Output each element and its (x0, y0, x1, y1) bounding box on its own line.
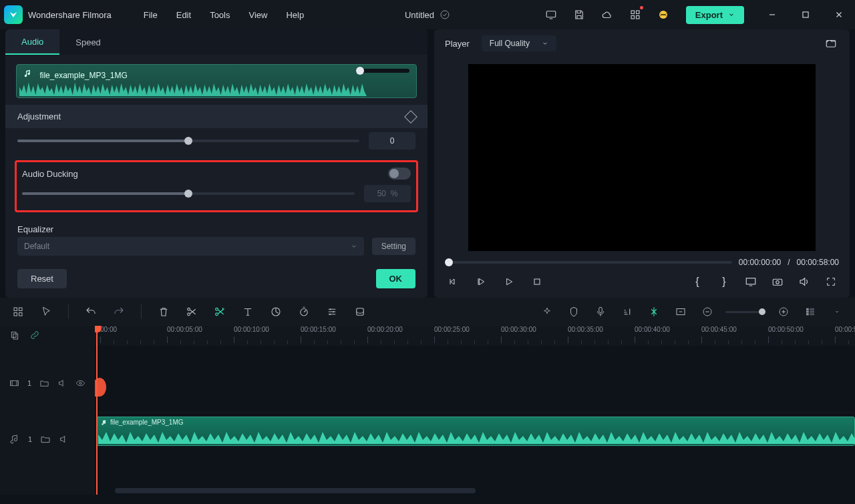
video-track-header[interactable]: 1 (0, 346, 95, 421)
svg-rect-1 (546, 11, 556, 17)
mute-icon[interactable] (59, 434, 69, 445)
equalizer-row: Default Setting (5, 237, 428, 262)
play-icon[interactable] (501, 274, 517, 290)
menu-tools[interactable]: Tools (210, 10, 230, 20)
window-close[interactable] (827, 5, 851, 24)
panel-footer: Reset OK (5, 262, 428, 298)
sparkle-icon[interactable] (538, 303, 556, 320)
audio-ducking-toggle[interactable] (388, 168, 411, 180)
clip-scrubber[interactable] (356, 69, 409, 73)
cursor-icon[interactable] (37, 303, 55, 320)
split-icon[interactable] (183, 303, 200, 320)
adjust-icon[interactable] (323, 303, 341, 320)
ruler-tick: 00:00:50:00 (768, 326, 804, 333)
timeline-main[interactable]: 00:0000:00:05:0000:00:10:0000:00:15:0000… (95, 326, 855, 495)
camera-icon[interactable] (770, 274, 786, 290)
quality-dropdown[interactable]: Full Quality (482, 35, 556, 51)
display-icon[interactable] (743, 274, 759, 290)
menu-file[interactable]: File (144, 10, 158, 20)
titlebar-right: Export (542, 5, 851, 24)
tab-audio[interactable]: Audio (5, 29, 59, 55)
ok-button[interactable]: OK (376, 269, 416, 288)
speed-icon[interactable] (295, 303, 313, 320)
folder-icon[interactable] (39, 378, 49, 389)
mark-in-icon[interactable]: { (689, 274, 705, 290)
audio-ducking-num: 50 (377, 189, 386, 198)
menu-bar: File Edit Tools View Help (144, 10, 304, 20)
apps-icon[interactable] (626, 5, 645, 24)
link-icon[interactable] (29, 330, 40, 340)
menu-edit[interactable]: Edit (176, 10, 191, 20)
mixer-icon[interactable] (619, 303, 636, 320)
keyframe-diamond-icon[interactable] (404, 110, 417, 123)
svg-rect-11 (773, 279, 782, 285)
time-ruler[interactable]: 00:0000:00:05:0000:00:10:0000:00:15:0000… (95, 326, 855, 346)
audio-split-icon[interactable] (211, 303, 228, 320)
menu-help[interactable]: Help (286, 10, 304, 20)
window-maximize[interactable] (794, 5, 818, 24)
folder-icon[interactable] (40, 434, 51, 445)
menu-view[interactable]: View (248, 10, 267, 20)
zoom-slider[interactable] (725, 311, 765, 313)
pitch-value[interactable]: 0 (369, 132, 415, 150)
zoom-in-icon[interactable] (775, 303, 792, 320)
pitch-slider[interactable] (17, 140, 359, 142)
frame-icon[interactable] (672, 303, 689, 320)
marker-icon[interactable] (565, 303, 582, 320)
stop-icon[interactable] (529, 274, 545, 290)
prev-frame-icon[interactable] (445, 274, 461, 290)
crop-icon[interactable] (267, 303, 285, 320)
play-back-icon[interactable] (473, 274, 489, 290)
ruler-tick: 00:00:05:00 (167, 326, 202, 333)
export-button[interactable]: Export (686, 6, 744, 24)
ruler-tick: 00:00:45:00 (701, 326, 737, 333)
clip-visualizer[interactable]: file_example_MP3_1MG (16, 64, 417, 98)
undo-icon[interactable] (82, 303, 100, 320)
svg-rect-38 (13, 334, 18, 339)
save-icon[interactable] (570, 5, 588, 24)
monitor-icon[interactable] (542, 5, 560, 24)
color-icon[interactable] (351, 303, 369, 320)
reset-button[interactable]: Reset (17, 269, 67, 288)
timeline-scrollbar[interactable] (115, 488, 476, 493)
playhead[interactable] (96, 326, 98, 495)
svg-rect-36 (810, 313, 814, 315)
audio-ducking-value: 50 % (364, 185, 411, 202)
mic-icon[interactable] (592, 303, 609, 320)
equalizer-setting-button[interactable]: Setting (372, 238, 415, 255)
clip-waveform-icon (98, 428, 855, 444)
snap-icon[interactable] (645, 303, 663, 320)
video-track-lane[interactable] (95, 346, 855, 413)
mark-out-icon[interactable]: } (716, 274, 732, 290)
audio-track-header[interactable]: 1 (0, 421, 95, 458)
tracks-area[interactable]: file_example_MP3_1MG (95, 346, 855, 495)
track-layout-icon[interactable] (802, 303, 819, 320)
globe-icon[interactable] (654, 5, 673, 24)
grid-icon[interactable] (9, 303, 27, 320)
chevron-down-icon (728, 11, 735, 18)
redo-icon[interactable] (110, 303, 128, 320)
video-viewport[interactable] (434, 57, 850, 255)
seek-slider[interactable] (445, 261, 732, 264)
audio-ducking-slider[interactable] (22, 192, 355, 195)
svg-point-20 (216, 313, 218, 316)
player-label: Player (445, 39, 470, 49)
audio-clip[interactable]: file_example_MP3_1MG (96, 417, 855, 446)
snapshot-icon[interactable] (823, 35, 839, 51)
adjustment-header[interactable]: Adjustment (5, 105, 428, 128)
eye-icon[interactable] (75, 378, 86, 389)
cloud-icon[interactable] (598, 5, 617, 24)
text-icon[interactable] (239, 303, 256, 320)
audio-track-lane[interactable]: file_example_MP3_1MG (95, 413, 855, 450)
tab-speed[interactable]: Speed (59, 29, 117, 55)
window-minimize[interactable] (760, 5, 784, 24)
volume-icon[interactable] (796, 274, 812, 290)
zoom-out-icon[interactable] (699, 303, 716, 320)
fullscreen-icon[interactable] (823, 274, 839, 290)
svg-rect-9 (534, 279, 540, 284)
mute-icon[interactable] (57, 378, 67, 389)
copy-icon[interactable] (9, 330, 20, 340)
track-menu-icon[interactable] (828, 303, 846, 320)
delete-icon[interactable] (155, 303, 172, 320)
equalizer-preset-dropdown[interactable]: Default (17, 237, 364, 256)
